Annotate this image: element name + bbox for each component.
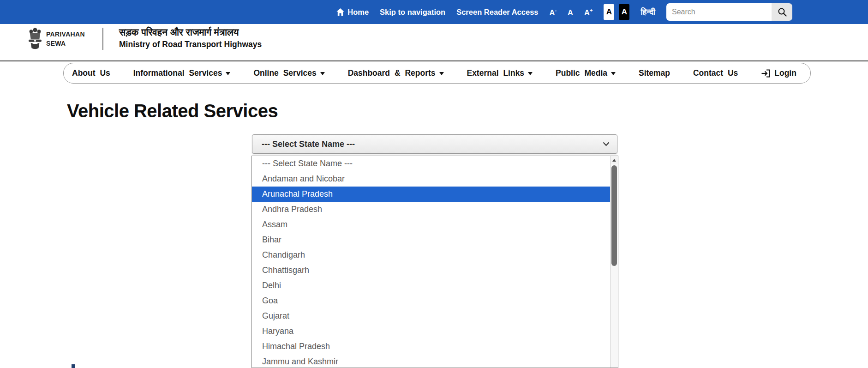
font-size-decrease-button[interactable]: A-: [550, 7, 557, 17]
skip-to-navigation-link[interactable]: Skip to navigation: [380, 8, 445, 17]
state-dropdown-list: --- Select State Name --- Andaman and Ni…: [251, 156, 618, 368]
main-navbar: About Us Informational Services Online S…: [63, 63, 811, 84]
language-label: हिन्दी: [641, 7, 655, 17]
nav-item-contact-us[interactable]: Contact Us: [693, 68, 738, 78]
scrollbar-thumb[interactable]: [611, 165, 617, 266]
ministry-name-hindi: सड़क परिवहन और राजमार्ग मंत्रालय: [119, 27, 239, 38]
cutoff-content-fragment: [72, 364, 75, 368]
dropdown-option-andhra-pradesh[interactable]: Andhra Pradesh: [252, 202, 610, 217]
site-logo-text[interactable]: PARIVAHAN SEWA: [46, 30, 85, 48]
dropdown-option-chhattisgarh[interactable]: Chhattisgarh: [252, 263, 610, 278]
nav-item-public-media[interactable]: Public Media: [556, 68, 616, 78]
normal-contrast-toggle[interactable]: A: [604, 4, 614, 20]
logo-line-1: PARIVAHAN: [46, 30, 85, 39]
chevron-down-icon: [528, 72, 533, 75]
dropdown-option-arunachal-pradesh[interactable]: Arunachal Pradesh: [252, 187, 610, 202]
nav-label: Informational Services: [133, 68, 222, 78]
national-emblem-icon: [27, 26, 43, 50]
nav-label: Public Media: [556, 68, 607, 78]
font-normal-label: A: [568, 8, 573, 16]
skip-label: Skip to navigation: [380, 8, 445, 17]
search-input[interactable]: [666, 3, 772, 21]
home-link[interactable]: Home: [336, 8, 369, 17]
nav-item-external-links[interactable]: External Links: [467, 68, 533, 78]
dropdown-option-haryana[interactable]: Haryana: [252, 324, 610, 339]
header-divider: [102, 28, 103, 50]
nav-label: Online Services: [253, 68, 316, 78]
dropdown-option-goa[interactable]: Goa: [252, 293, 610, 308]
home-label: Home: [347, 8, 369, 17]
scroll-up-arrow-icon: [612, 159, 616, 162]
screen-reader-access-link[interactable]: Screen Reader Access: [456, 8, 538, 17]
font-decrease-label: A: [550, 8, 555, 16]
nav-item-login[interactable]: Login: [761, 68, 796, 78]
dropdown-scrollbar[interactable]: [610, 156, 618, 368]
nav-label: Login: [774, 68, 796, 78]
chevron-down-icon: [226, 72, 230, 75]
nav-item-about-us[interactable]: About Us: [72, 68, 110, 78]
state-select-value: --- Select State Name ---: [262, 139, 355, 149]
font-size-increase-button[interactable]: A+: [584, 7, 593, 17]
home-icon: [336, 8, 345, 16]
nav-label: About Us: [72, 68, 110, 78]
nav-label: Contact Us: [693, 68, 738, 78]
font-increase-label: A: [584, 8, 590, 16]
nav-item-sitemap[interactable]: Sitemap: [639, 68, 670, 78]
top-utility-bar: Home Skip to navigation Screen Reader Ac…: [0, 0, 868, 24]
branding-header: PARIVAHAN SEWA सड़क परिवहन और राजमार्ग म…: [0, 24, 868, 61]
page-title: Vehicle Related Services: [67, 101, 278, 121]
dropdown-option-chandigarh[interactable]: Chandigarh: [252, 247, 610, 263]
nav-item-online-services[interactable]: Online Services: [253, 68, 324, 78]
high-contrast-label: A: [622, 7, 627, 17]
dropdown-option-andaman-nicobar[interactable]: Andaman and Nicobar: [252, 171, 610, 187]
logo-line-2: SEWA: [46, 39, 85, 48]
search-button[interactable]: [772, 3, 792, 21]
nav-label: Dashboard & Reports: [348, 68, 436, 78]
dropdown-option-bihar[interactable]: Bihar: [252, 232, 610, 247]
search-icon: [778, 7, 787, 17]
dropdown-option-delhi[interactable]: Delhi: [252, 278, 610, 293]
dropdown-option-placeholder[interactable]: --- Select State Name ---: [252, 156, 610, 171]
font-increase-sup: +: [590, 7, 593, 13]
dropdown-option-jammu-kashmir[interactable]: Jammu and Kashmir: [252, 354, 610, 368]
font-decrease-sup: -: [555, 7, 557, 13]
chevron-down-icon: [611, 72, 616, 75]
nav-label: External Links: [467, 68, 524, 78]
chevron-down-icon: [320, 72, 325, 75]
dropdown-option-gujarat[interactable]: Gujarat: [252, 308, 610, 324]
page: Home Skip to navigation Screen Reader Ac…: [0, 0, 868, 368]
scrollbar-up-button[interactable]: [611, 156, 618, 164]
chevron-down-icon: [439, 72, 444, 75]
normal-contrast-label: A: [606, 7, 612, 17]
nav-label: Sitemap: [639, 68, 670, 78]
login-icon: [761, 69, 771, 78]
high-contrast-toggle[interactable]: A: [619, 4, 629, 20]
dropdown-option-assam[interactable]: Assam: [252, 217, 610, 232]
nav-item-informational-services[interactable]: Informational Services: [133, 68, 231, 78]
site-search: [666, 3, 792, 21]
ministry-name-english: Ministry of Road Transport Highways: [119, 40, 262, 49]
dropdown-option-himachal-pradesh[interactable]: Himachal Pradesh: [252, 339, 610, 354]
nav-item-dashboard-reports[interactable]: Dashboard & Reports: [348, 68, 444, 78]
state-select[interactable]: --- Select State Name ---: [252, 134, 617, 154]
state-options: --- Select State Name --- Andaman and Ni…: [252, 156, 610, 368]
font-size-normal-button[interactable]: A: [568, 7, 573, 17]
screen-reader-label: Screen Reader Access: [456, 8, 538, 17]
language-toggle-hindi[interactable]: हिन्दी: [641, 7, 655, 17]
select-chevron-down-icon: [603, 142, 610, 146]
